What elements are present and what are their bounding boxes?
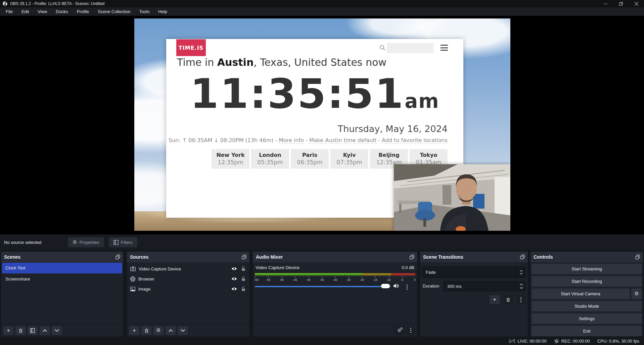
filter-icon — [113, 240, 119, 245]
hamburger-menu-icon[interactable] — [441, 45, 448, 51]
city-card[interactable]: New York 12:35pm — [212, 149, 249, 169]
properties-button[interactable]: ⚙ Properties — [68, 237, 104, 247]
menu-scene-collection[interactable]: Scene Collection — [93, 7, 135, 16]
add-scene-button[interactable]: + — [3, 326, 13, 335]
start-streaming-button[interactable]: Start Streaming — [531, 263, 642, 274]
virtual-camera-config-button[interactable]: ⚙ — [631, 288, 642, 299]
start-recording-button[interactable]: Start Recording — [531, 276, 642, 287]
timeis-logo: TIME.IS — [176, 39, 206, 56]
make-default-link[interactable]: Make Austin time default — [309, 137, 376, 144]
visibility-eye-icon[interactable] — [231, 277, 237, 281]
mixer-level-db: 0.0 dB — [402, 265, 414, 270]
scene-item-clock-test[interactable]: Clock Test — [2, 263, 122, 273]
window-title: OBS 29.1.2 - Profile: LLHLS BETA - Scene… — [10, 1, 104, 6]
volume-slider-track[interactable] — [255, 286, 390, 287]
more-info-link[interactable]: More info — [279, 137, 304, 144]
obs-logo-icon — [3, 1, 7, 6]
cpu-fps-stats: CPU: 0.6%, 30.00 fps — [597, 339, 639, 344]
duration-label: Duration — [423, 284, 439, 289]
popout-icon[interactable] — [520, 255, 525, 259]
stream-inactive-icon — [509, 339, 515, 343]
select-carets — [517, 267, 525, 277]
add-favorite-link[interactable]: Add to favorite locations — [382, 137, 448, 144]
source-row-browser[interactable]: Browser — [127, 274, 249, 284]
mixer-channel-menu-button[interactable] — [403, 283, 411, 291]
lock-icon[interactable] — [241, 266, 245, 271]
rec-timer: REC: 00:00:00 — [561, 339, 590, 344]
source-row-video-capture[interactable]: Video Capture Device — [127, 264, 249, 274]
move-source-down-button[interactable] — [178, 326, 188, 335]
minimize-button[interactable] — [598, 0, 613, 7]
gear-icon: ⚙ — [73, 240, 77, 245]
image-icon — [130, 287, 135, 291]
source-row-image[interactable]: Image — [127, 284, 249, 294]
move-scene-up-button[interactable] — [40, 326, 50, 335]
move-source-up-button[interactable] — [166, 326, 176, 335]
audio-mixer-panel: Audio Mixer Video Capture Device 0.0 dB … — [252, 251, 418, 337]
add-source-button[interactable]: + — [129, 326, 139, 335]
add-transition-button[interactable]: + — [490, 295, 500, 304]
menu-tools[interactable]: Tools — [135, 7, 154, 16]
meter-tick-marks — [255, 276, 415, 278]
mixer-menu-button[interactable] — [406, 326, 415, 335]
filters-button[interactable]: Filters — [109, 237, 137, 247]
controls-panel-title: Controls — [534, 254, 553, 260]
menu-help[interactable]: Help — [154, 7, 172, 16]
mixer-channel-name: Video Capture Device — [256, 265, 300, 270]
visibility-eye-icon[interactable] — [231, 267, 237, 271]
speaker-icon[interactable] — [393, 283, 399, 289]
exit-button[interactable]: Exit — [531, 326, 642, 337]
sources-list: Video Capture Device Browser — [127, 262, 249, 324]
search-input[interactable] — [387, 43, 434, 53]
start-virtual-camera-button[interactable]: Start Virtual Camera — [531, 288, 630, 299]
restore-button[interactable] — [613, 0, 629, 7]
move-scene-down-button[interactable] — [52, 326, 62, 335]
preview-area[interactable]: TIME.IS Time in Austin, Texas, United St… — [0, 16, 644, 234]
volume-slider-handle[interactable] — [381, 284, 390, 288]
time-digits: 11:35:51 — [190, 70, 405, 118]
scene-transitions-panel: Scene Transitions Fade Duration 300 ms + — [420, 251, 528, 337]
transition-menu-button[interactable] — [516, 295, 525, 304]
menu-edit[interactable]: Edit — [17, 7, 33, 16]
scene-item-screenshare[interactable]: Screenshare — [2, 274, 122, 285]
title-bar: OBS 29.1.2 - Profile: LLHLS BETA - Scene… — [0, 0, 644, 7]
popout-icon[interactable] — [635, 255, 640, 259]
sources-panel: Sources Video Capture Device — [127, 251, 250, 337]
menu-view[interactable]: View — [33, 7, 51, 16]
scene-filters-button[interactable] — [28, 326, 38, 335]
remove-scene-button[interactable] — [15, 326, 26, 335]
close-button[interactable] — [629, 0, 644, 7]
source-properties-button[interactable]: ⚙ — [153, 326, 164, 335]
city-name: Austin — [217, 56, 254, 68]
search-icon — [379, 45, 385, 51]
scenes-panel-title: Scenes — [4, 254, 20, 260]
status-bar: LIVE: 00:00:00 REC: 00:00:00 CPU: 0.6%, … — [0, 337, 644, 345]
transition-select[interactable]: Fade — [422, 266, 526, 278]
city-card[interactable]: Kyiv 07:35pm — [330, 149, 368, 169]
visibility-eye-icon[interactable] — [231, 287, 237, 291]
popout-icon[interactable] — [410, 255, 414, 259]
remove-source-button[interactable] — [141, 326, 151, 335]
settings-button[interactable]: Settings — [531, 313, 642, 324]
globe-icon — [130, 276, 135, 282]
duration-spinner[interactable]: 300 ms — [444, 281, 526, 291]
city-card[interactable]: Paris 06:35pm — [291, 149, 329, 169]
popout-icon[interactable] — [242, 255, 246, 259]
sun-info-line: Sun: ↑ 06:35AM ↓ 08:20PM (13h 46m) - Mor… — [169, 137, 448, 143]
lock-icon[interactable] — [241, 287, 245, 291]
meter-tick-labels: -60 -55 -50 -45 -40 -35 -30 -25 -20 -15 … — [255, 278, 415, 282]
lock-icon[interactable] — [241, 276, 245, 281]
city-card[interactable]: London 05:35pm — [251, 149, 289, 169]
advanced-audio-button[interactable]: ⚙ ⚙ — [394, 326, 404, 335]
studio-mode-button[interactable]: Studio Mode — [531, 301, 642, 312]
program-canvas[interactable]: TIME.IS Time in Austin, Texas, United St… — [134, 18, 510, 231]
popout-icon[interactable] — [116, 255, 120, 259]
remove-transition-button[interactable] — [503, 295, 513, 304]
current-time: 11:35:51am — [166, 70, 463, 118]
spinner-carets[interactable] — [517, 284, 525, 289]
menu-file[interactable]: File — [1, 7, 17, 16]
menu-docks[interactable]: Docks — [51, 7, 72, 16]
menu-profile[interactable]: Profile — [72, 7, 93, 16]
audio-mixer-panel-title: Audio Mixer — [256, 254, 283, 260]
record-inactive-icon — [554, 339, 559, 344]
